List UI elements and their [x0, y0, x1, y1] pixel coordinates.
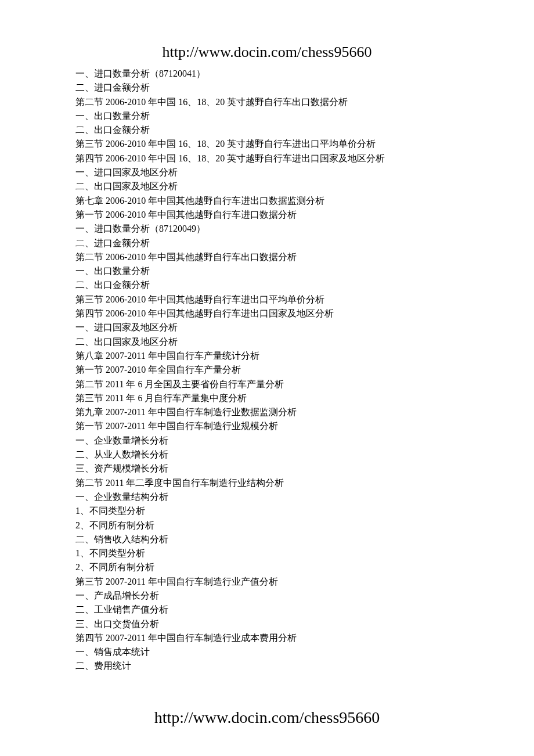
toc-line: 第九章 2007-2011 年中国自行车制造行业数据监测分析: [75, 405, 470, 419]
toc-line: 第七章 2006-2010 年中国其他越野自行车进出口数据监测分析: [75, 194, 470, 208]
toc-line: 二、费用统计: [75, 659, 470, 673]
toc-line: 一、进口国家及地区分析: [75, 321, 470, 334]
toc-line: 三、出口交货值分析: [75, 617, 470, 631]
toc-line: 第三节 2007-2011 年中国自行车制造行业产值分析: [75, 575, 470, 589]
toc-line: 一、出口数量分析: [75, 109, 470, 123]
toc-line: 一、产成品增长分析: [75, 589, 470, 603]
toc-line: 二、出口国家及地区分析: [75, 179, 470, 193]
toc-line: 二、销售收入结构分析: [75, 532, 470, 546]
toc-line: 二、从业人数增长分析: [75, 448, 470, 462]
toc-line: 二、出口金额分析: [75, 278, 470, 292]
toc-line: 一、进口数量分析（87120049）: [75, 222, 470, 236]
toc-line: 第三节 2006-2010 年中国 16、18、20 英寸越野自行车进出口平均单…: [75, 137, 470, 151]
toc-line: 第四节 2006-2010 年中国其他越野自行车进出口国家及地区分析: [75, 307, 470, 321]
toc-line: 2、不同所有制分析: [75, 560, 470, 574]
toc-line: 1、不同类型分析: [75, 504, 470, 518]
toc-line: 第一节 2007-2010 年全国自行车产量分析: [75, 363, 470, 377]
toc-line: 一、出口数量分析: [75, 264, 470, 278]
toc-line: 二、进口金额分析: [75, 81, 470, 95]
toc-line: 三、资产规模增长分析: [75, 462, 470, 476]
toc-line: 二、工业销售产值分析: [75, 603, 470, 617]
toc-line: 第二节 2006-2010 年中国 16、18、20 英寸越野自行车出口数据分析: [75, 95, 470, 109]
toc-line: 第八章 2007-2011 年中国自行车产量统计分析: [75, 349, 470, 363]
toc-line: 一、进口国家及地区分析: [75, 165, 470, 179]
toc-line: 第二节 2011 年 6 月全国及主要省份自行车产量分析: [75, 377, 470, 391]
toc-line: 第一节 2007-2011 年中国自行车制造行业规模分析: [75, 419, 470, 433]
toc-line: 第二节 2011 年二季度中国自行车制造行业结构分析: [75, 476, 470, 490]
toc-line: 二、出口金额分析: [75, 123, 470, 137]
toc-line: 一、进口数量分析（87120041）: [75, 67, 470, 81]
toc-line: 一、企业数量增长分析: [75, 434, 470, 448]
toc-line: 第四节 2007-2011 年中国自行车制造行业成本费用分析: [75, 631, 470, 645]
toc-line: 二、进口金额分析: [75, 236, 470, 250]
toc-line: 一、销售成本统计: [75, 645, 470, 659]
document-content: 一、进口数量分析（87120041）二、进口金额分析第二节 2006-2010 …: [75, 67, 470, 674]
toc-line: 第四节 2006-2010 年中国 16、18、20 英寸越野自行车进出口国家及…: [75, 152, 470, 165]
header-url: http://www.docin.com/chess95660: [0, 44, 534, 61]
toc-line: 第三节 2006-2010 年中国其他越野自行车进出口平均单价分析: [75, 293, 470, 307]
footer-url: http://www.docin.com/chess95660: [0, 708, 534, 727]
toc-line: 第一节 2006-2010 年中国其他越野自行车进口数据分析: [75, 208, 470, 222]
toc-line: 1、不同类型分析: [75, 546, 470, 560]
toc-line: 第三节 2011 年 6 月自行车产量集中度分析: [75, 391, 470, 405]
toc-line: 二、出口国家及地区分析: [75, 335, 470, 349]
toc-line: 第二节 2006-2010 年中国其他越野自行车出口数据分析: [75, 250, 470, 264]
toc-line: 一、企业数量结构分析: [75, 490, 470, 504]
toc-line: 2、不同所有制分析: [75, 519, 470, 532]
